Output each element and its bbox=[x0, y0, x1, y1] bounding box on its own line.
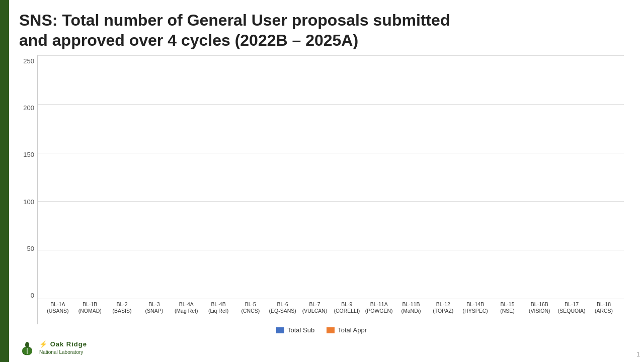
x-axis-label: BL-16B(VISION) bbox=[523, 299, 555, 324]
x-axis-label: BL-9(CORELLI) bbox=[331, 299, 363, 324]
x-axis-label: BL-18(ARCS) bbox=[588, 299, 620, 324]
footer: ⚡ Oak Ridge National Laboratory bbox=[19, 338, 624, 357]
y-axis-label: 100 bbox=[19, 198, 37, 206]
y-axis-label: 0 bbox=[19, 292, 37, 299]
legend-item: Total Sub bbox=[276, 326, 314, 334]
x-axis-label: BL-6(EQ-SANS) bbox=[267, 299, 299, 324]
y-axis-label: 50 bbox=[19, 245, 37, 252]
x-axis-label: BL-11A(POWGEN) bbox=[363, 299, 395, 324]
x-axis-label: BL-4A(Mag Ref) bbox=[170, 299, 202, 324]
x-axis-label: BL-12(TOPAZ) bbox=[427, 299, 459, 324]
slide-number: 1 bbox=[636, 351, 640, 358]
legend-color-box bbox=[276, 327, 284, 333]
x-axis-label: BL-7(VULCAN) bbox=[299, 299, 331, 324]
x-axis-label: BL-1A(USANS) bbox=[42, 299, 74, 324]
x-axis-label: BL-15(NSE) bbox=[492, 299, 524, 324]
left-accent-bar bbox=[0, 0, 9, 362]
chart-area: 050100150200250 BL-1A(USANS)BL-1B(NOMAD)… bbox=[19, 55, 624, 338]
x-axis-label: BL-11B(MaNDi) bbox=[395, 299, 427, 324]
legend-label: Total Sub bbox=[287, 326, 314, 334]
x-axis-label: BL-14B(HYSPEC) bbox=[459, 299, 492, 324]
x-axis-label: BL-5(CNCS) bbox=[234, 299, 267, 324]
y-axis-label: 250 bbox=[19, 57, 37, 65]
x-axis-label: BL-4B(Liq Ref) bbox=[202, 299, 234, 324]
x-axis-label: BL-17(SEQUOIA) bbox=[555, 299, 588, 324]
legend-item: Total Appr bbox=[327, 326, 367, 334]
y-axis-label: 150 bbox=[19, 151, 37, 158]
x-axis-label: BL-3(SNAP) bbox=[138, 299, 170, 324]
x-axis-label: BL-2(BASIS) bbox=[106, 299, 138, 324]
slide-title: SNS: Total number of General User propos… bbox=[19, 10, 624, 50]
y-axis: 050100150200250 bbox=[19, 55, 37, 324]
ornl-name: ⚡ Oak Ridge National Laboratory bbox=[39, 340, 87, 355]
ornl-logo: ⚡ Oak Ridge National Laboratory bbox=[19, 340, 87, 356]
legend-color-box bbox=[327, 327, 335, 333]
legend-label: Total Appr bbox=[338, 326, 367, 334]
svg-point-3 bbox=[25, 342, 29, 348]
x-axis-label: BL-1B(NOMAD) bbox=[74, 299, 106, 324]
ornl-leaf-icon bbox=[19, 340, 35, 356]
chart-legend: Total SubTotal Appr bbox=[19, 324, 624, 338]
y-axis-label: 200 bbox=[19, 104, 37, 112]
bars-container: BL-1A(USANS)BL-1B(NOMAD)BL-2(BASIS)BL-3(… bbox=[37, 55, 624, 324]
